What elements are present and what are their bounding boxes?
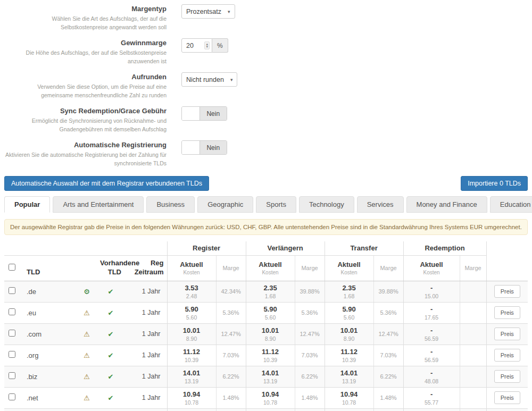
renew-price-cell: 14.01 13.19	[246, 366, 295, 387]
register-price-cell: 14.01 13.19	[167, 366, 216, 387]
toggle-state-label: Nein	[200, 141, 227, 154]
form-row-gewinnmarge: Gewinnmarge Die Höhe des Aufschlags, der…	[4, 38, 528, 65]
pricing-settings-page: Margentyp Wählen Sie die Art des Aufschl…	[0, 0, 532, 411]
kosten-header: Kosten	[250, 270, 292, 275]
aufrunden-select-value: Nicht runden	[186, 76, 224, 83]
tab-item[interactable]: Popular	[4, 196, 50, 213]
redemption-marge-cell	[460, 281, 486, 302]
gear-icon: ⚙	[84, 288, 90, 296]
aufrunden-select[interactable]: Nicht runden ▾	[181, 72, 237, 87]
transfer-price-cell: 10.01 8.90	[325, 323, 373, 345]
select-all-checkbox[interactable]	[9, 264, 15, 271]
warning-icon: ⚠	[84, 351, 90, 359]
redemption-marge-cell	[460, 323, 486, 345]
redemption-price-cell: - 86.54	[403, 408, 460, 411]
register-price-cell: 3.53 2.48	[167, 281, 216, 302]
form-row-margentyp: Margentyp Wählen Sie die Art des Aufschl…	[4, 4, 528, 31]
redemption-price-cell: - 56.59	[403, 323, 460, 345]
kosten-header: Kosten	[407, 270, 456, 275]
renew-price-cell: 10.94 10.78	[246, 387, 295, 408]
table-row: .net ⚠ ✔ 1 Jahr 10.94 10.78 1.48% 10.94 …	[4, 387, 528, 408]
auto-registrierung-label: Automatische Registrierung	[4, 140, 167, 150]
redemption-price-cell: - 17.65	[403, 302, 460, 323]
preis-button[interactable]: Preis	[494, 391, 520, 404]
existing-tld-column-header: Vorhandene TLD	[97, 256, 124, 281]
reg-period: 1 Jahr	[124, 281, 167, 302]
sync-redemption-description: Ermöglicht die Synchronisierung von Rück…	[4, 116, 167, 134]
row-checkbox[interactable]	[9, 393, 15, 400]
transfer-marge-cell: 5.36%	[373, 302, 403, 323]
gewinnmarge-description: Die Höhe des Aufschlags, der auf die Sel…	[4, 48, 167, 66]
table-row: .eu ⚠ ✔ 1 Jahr 5.90 5.60 5.36% 5.90 5.60…	[4, 302, 528, 323]
alert-text: Der ausgewählte Registrar gab die Preise…	[10, 224, 522, 230]
marge-header: Marge	[373, 256, 403, 281]
table-row: .de ⚙ ✔ 1 Jahr 3.53 2.48 42.34% 2.35 1.6…	[4, 281, 528, 302]
tab-item[interactable]: Arts and Entertainment	[53, 196, 144, 213]
tab-item[interactable]: Business	[146, 196, 195, 213]
preis-button[interactable]: Preis	[494, 285, 520, 298]
tab-item[interactable]: Money and Finance	[406, 196, 487, 213]
redemption-marge-cell	[460, 408, 486, 411]
row-checkbox[interactable]	[9, 372, 15, 379]
table-row: .org ⚠ ✔ 1 Jahr 11.12 10.39 7.03% 11.12 …	[4, 345, 528, 366]
number-stepper[interactable]: ▴▾	[204, 41, 210, 49]
check-icon: ✔	[108, 394, 114, 402]
renew-marge-cell: 1.48%	[295, 387, 325, 408]
preis-button[interactable]: Preis	[494, 370, 520, 383]
marge-header: Marge	[295, 256, 325, 281]
tab-item[interactable]: Geographic	[197, 196, 253, 213]
auto-registrierung-toggle[interactable]: Nein	[181, 140, 227, 155]
margentyp-select-value: Prozentsatz	[186, 8, 221, 15]
gewinnmarge-value: 20	[186, 42, 194, 49]
gewinnmarge-input[interactable]: 20 ▴▾	[181, 38, 212, 53]
redemption-marge-cell	[460, 345, 486, 366]
margentyp-select[interactable]: Prozentsatz ▾	[181, 4, 235, 19]
group-header-register: Register	[167, 241, 246, 256]
renew-marge-cell: 12.47%	[295, 323, 325, 345]
aktuell-header: Aktuell	[171, 261, 213, 269]
tab-item[interactable]: Services	[357, 196, 404, 213]
reg-period: 1 Jahr	[124, 366, 167, 387]
reg-period: 1 Jahr	[124, 323, 167, 345]
row-checkbox[interactable]	[9, 308, 15, 315]
tab-item[interactable]: Sports	[256, 196, 296, 213]
row-checkbox[interactable]	[9, 330, 15, 337]
auto-select-tlds-button[interactable]: Automatische Auswahl der mit dem Registr…	[4, 176, 209, 191]
preis-button[interactable]: Preis	[494, 306, 520, 319]
tld-label: .biz	[23, 366, 77, 387]
renew-marge-cell: 7.03%	[295, 345, 325, 366]
renew-price-cell: 10.01 8.90	[246, 323, 295, 345]
stepper-down-icon[interactable]: ▾	[206, 46, 208, 48]
column-header-row: TLD Vorhandene TLD Reg Zeitraum AktuellK…	[4, 256, 528, 281]
transfer-marge-cell: 6.61%	[373, 408, 403, 411]
register-price-cell: 10.01 8.90	[167, 323, 216, 345]
chevron-down-icon: ▾	[230, 77, 233, 82]
tld-label: .info	[23, 408, 77, 411]
table-row: .info ⚠ ✔ 1 Jahr 16.44 15.42 6.61% 16.44…	[4, 408, 528, 411]
renew-marge-cell: 5.36%	[295, 302, 325, 323]
transfer-price-cell: 14.01 13.19	[325, 366, 373, 387]
transfer-price-cell: 5.90 5.60	[325, 302, 373, 323]
tab-item[interactable]: Education	[490, 196, 532, 213]
check-icon: ✔	[108, 330, 114, 338]
import-tlds-button[interactable]: Importiere 0 TLDs	[461, 176, 528, 191]
group-header-redemption: Redemption	[403, 241, 486, 256]
register-price-cell: 11.12 10.39	[167, 345, 216, 366]
transfer-marge-cell: 7.03%	[373, 345, 403, 366]
row-checkbox[interactable]	[9, 351, 15, 358]
reg-period: 1 Jahr	[124, 302, 167, 323]
renew-price-cell: 2.35 1.68	[246, 281, 295, 302]
renew-price-cell: 16.44 15.42	[246, 408, 295, 411]
form-row-auto-registrierung: Automatische Registrierung Aktivieren Si…	[4, 140, 528, 167]
tab-item[interactable]: Technology	[299, 196, 354, 213]
preis-button[interactable]: Preis	[494, 349, 520, 362]
chevron-down-icon: ▾	[228, 9, 230, 14]
sync-redemption-toggle[interactable]: Nein	[181, 106, 227, 121]
table-row: .com ⚠ ✔ 1 Jahr 10.01 8.90 12.47% 10.01 …	[4, 323, 528, 345]
margentyp-label: Margentyp	[4, 4, 167, 14]
preis-button[interactable]: Preis	[494, 328, 520, 340]
margentyp-description: Wählen Sie die Art des Aufschlags, der a…	[4, 14, 167, 32]
check-icon: ✔	[108, 373, 114, 381]
row-checkbox[interactable]	[9, 287, 15, 294]
table-row: .biz ⚠ ✔ 1 Jahr 14.01 13.19 6.22% 14.01 …	[4, 366, 528, 387]
